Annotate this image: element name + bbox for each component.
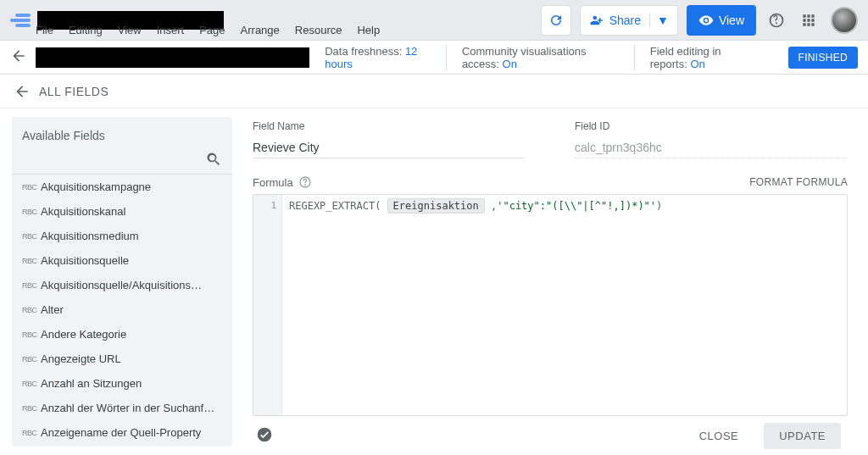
refresh-button[interactable] xyxy=(541,5,571,36)
field-editing-link[interactable]: On xyxy=(690,58,704,70)
field-type-icon: RBC xyxy=(22,257,41,265)
editor-footer: CLOSE UPDATE xyxy=(253,416,848,455)
svg-point-3 xyxy=(258,427,272,441)
datasource-bar: Data freshness: 12 hours Community visua… xyxy=(0,41,868,75)
field-chip[interactable]: Ereignisaktion xyxy=(387,198,485,214)
svg-point-0 xyxy=(593,15,597,19)
user-avatar[interactable] xyxy=(831,7,858,34)
menu-help[interactable]: Help xyxy=(357,24,380,41)
field-label: Akquisitionsquelle xyxy=(41,254,129,267)
menu-resource[interactable]: Resource xyxy=(295,24,342,41)
menu-view[interactable]: View xyxy=(118,24,142,41)
share-button[interactable]: Share ▼ xyxy=(580,5,678,36)
field-label: Akquisitionsquelle/Akquisitions… xyxy=(41,279,202,291)
field-label: Anzeigename der Quell-Property xyxy=(41,426,201,439)
field-type-icon: RBC xyxy=(22,355,41,363)
all-fields-label: ALL FIELDS xyxy=(39,85,108,98)
all-fields-header[interactable]: ALL FIELDS xyxy=(0,75,868,108)
field-label: Akquisitionsmedium xyxy=(41,230,139,242)
back-arrow-icon[interactable] xyxy=(10,47,29,67)
field-id-label: Field ID xyxy=(575,120,846,132)
list-item[interactable]: RBCAndere Kategorie xyxy=(12,322,232,347)
formula-label: Formula xyxy=(253,176,293,189)
field-label: Akquisitionskanal xyxy=(41,205,125,218)
field-label: Anzahl der Wörter in der Suchanf… xyxy=(41,402,214,414)
field-name-input[interactable] xyxy=(253,137,524,158)
field-type-icon: RBC xyxy=(22,208,41,216)
field-label: Angezeigte URL xyxy=(41,352,121,365)
datasource-name[interactable] xyxy=(36,47,310,68)
update-button[interactable]: UPDATE xyxy=(764,423,841,449)
list-item[interactable]: RBCAkquisitionsquelle/Akquisitions… xyxy=(12,273,232,297)
field-label: Anzahl an Sitzungen xyxy=(41,377,142,390)
editor-gutter: 1 xyxy=(253,195,282,415)
menu-editing[interactable]: Editing xyxy=(69,24,103,41)
view-label: View xyxy=(719,14,744,27)
field-name-label: Field Name xyxy=(253,120,524,132)
list-item[interactable]: RBCAkquisitionsquelle xyxy=(12,248,232,273)
field-type-icon: RBC xyxy=(22,183,41,191)
back-arrow-icon xyxy=(14,83,31,100)
field-id-input xyxy=(575,137,846,158)
list-item[interactable]: RBCAkquisitionsmedium xyxy=(12,224,232,248)
datasource-status: Data freshness: 12 hours Community visua… xyxy=(309,45,858,70)
field-type-icon: RBC xyxy=(22,404,41,413)
field-type-icon: RBC xyxy=(22,380,41,388)
view-button[interactable]: View xyxy=(687,5,756,36)
share-label: Share xyxy=(609,14,641,27)
main-area: Available Fields RBCAkquisitionskampagne… xyxy=(0,108,868,455)
list-item[interactable]: RBCAnzeigename der Quell-Property xyxy=(12,420,232,445)
datastudio-logo-icon xyxy=(10,10,31,31)
list-item[interactable]: RBCAlter xyxy=(12,297,232,322)
available-fields-title: Available Fields xyxy=(12,117,232,149)
top-toolbar: File Editing View Insert Page Arrange Re… xyxy=(0,0,868,41)
list-item[interactable]: RBCAkquisitionskanal xyxy=(12,199,232,224)
field-editing-label: Field editing in reports: xyxy=(650,45,721,70)
field-type-icon: RBC xyxy=(22,429,41,437)
list-item[interactable]: RBCAnzahl der Wörter in der Suchanf… xyxy=(12,396,232,420)
search-icon xyxy=(205,151,222,168)
apps-icon[interactable] xyxy=(798,10,819,31)
editor-code[interactable]: REGEXP_EXTRACT( Ereignisaktion ,'"city":… xyxy=(282,195,669,415)
field-type-icon: RBC xyxy=(22,330,41,339)
menu-insert[interactable]: Insert xyxy=(157,24,185,41)
available-fields-panel: Available Fields RBCAkquisitionskampagne… xyxy=(12,117,232,447)
field-search[interactable] xyxy=(12,149,232,175)
field-type-icon: RBC xyxy=(22,281,41,290)
field-type-icon: RBC xyxy=(22,232,41,241)
format-formula-button[interactable]: FORMAT FORMULA xyxy=(749,176,848,188)
field-list: RBCAkquisitionskampagneRBCAkquisitionska… xyxy=(12,175,232,447)
list-item[interactable]: RBCAkquisitionskampagne xyxy=(12,175,232,199)
field-label: Akquisitionskampagne xyxy=(41,180,151,193)
menu-bar: File Editing View Insert Page Arrange Re… xyxy=(36,24,380,41)
help-icon[interactable] xyxy=(766,10,787,31)
help-icon[interactable] xyxy=(298,175,312,189)
field-type-icon: RBC xyxy=(22,306,41,314)
formula-editor[interactable]: 1 REGEXP_EXTRACT( Ereignisaktion ,'"city… xyxy=(253,194,848,416)
valid-check-icon xyxy=(256,426,273,446)
svg-point-2 xyxy=(304,185,305,186)
menu-page[interactable]: Page xyxy=(199,24,225,41)
menu-file[interactable]: File xyxy=(36,24,53,41)
list-item[interactable]: RBCAngezeigte URL xyxy=(12,347,232,371)
field-label: Andere Kategorie xyxy=(41,328,126,341)
freshness-label: Data freshness: xyxy=(325,45,405,58)
finished-button[interactable]: FINISHED xyxy=(788,47,858,69)
menu-arrange[interactable]: Arrange xyxy=(241,24,280,41)
list-item[interactable]: RBCAnzahl an Sitzungen xyxy=(12,371,232,396)
field-label: Alter xyxy=(41,303,64,316)
close-button[interactable]: CLOSE xyxy=(687,423,751,449)
community-vis-label: Community visualisations access: xyxy=(462,45,587,70)
field-editor: Field Name Field ID Formula FORMAT FORMU… xyxy=(232,108,868,455)
share-dropdown-icon[interactable]: ▼ xyxy=(649,14,669,27)
community-vis-link[interactable]: On xyxy=(503,58,517,70)
